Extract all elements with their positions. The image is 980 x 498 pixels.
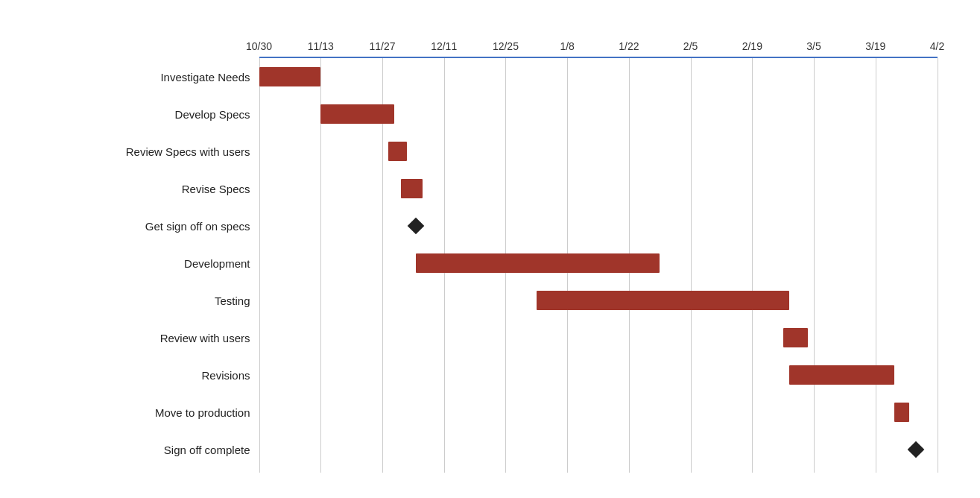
labels-column: Investigate NeedsDevelop SpecsReview Spe… — [21, 25, 259, 473]
chart-inner: Investigate NeedsDevelop SpecsReview Spe… — [21, 25, 938, 473]
gantt-row-9 — [259, 394, 938, 431]
gantt-row-10 — [259, 431, 938, 468]
date-header: 10/3011/1311/2712/1112/251/81/222/52/193… — [259, 25, 938, 58]
gantt-row-6 — [259, 282, 938, 319]
task-bar-5 — [416, 253, 660, 273]
task-bar-8 — [789, 365, 894, 385]
date-label-3: 12/11 — [431, 40, 457, 52]
gantt-row-0 — [259, 58, 938, 95]
gantt-row-3 — [259, 170, 938, 207]
gantt-rows — [259, 58, 938, 473]
task-bar-1 — [320, 104, 394, 124]
task-diamond-4 — [408, 218, 425, 235]
gantt-row-1 — [259, 95, 938, 133]
gantt-area: 10/3011/1311/2712/1112/251/81/222/52/193… — [259, 25, 938, 473]
date-label-6: 1/22 — [619, 40, 639, 52]
gantt-row-7 — [259, 319, 938, 356]
date-label-11: 4/2 — [930, 40, 944, 52]
task-label-7: Review with users — [21, 319, 259, 356]
date-label-1: 11/13 — [308, 40, 334, 52]
task-label-10: Sign off complete — [21, 431, 259, 468]
task-diamond-10 — [907, 441, 924, 458]
gantt-row-4 — [259, 207, 938, 245]
task-bar-7 — [783, 328, 808, 347]
grid-line-11 — [938, 58, 938, 473]
task-bar-6 — [537, 291, 789, 310]
gantt-row-2 — [259, 133, 938, 170]
date-label-7: 2/5 — [683, 40, 698, 52]
task-bar-2 — [388, 142, 407, 161]
task-bar-3 — [401, 179, 423, 198]
date-label-10: 3/19 — [865, 40, 885, 52]
date-label-9: 3/5 — [806, 40, 821, 52]
task-label-5: Development — [21, 245, 259, 282]
task-bar-0 — [259, 67, 321, 86]
task-label-8: Revisions — [21, 356, 259, 394]
date-label-5: 1/8 — [560, 40, 574, 52]
date-label-4: 12/25 — [493, 40, 519, 52]
task-label-9: Move to production — [21, 394, 259, 431]
task-label-1: Develop Specs — [21, 95, 259, 133]
date-label-8: 2/19 — [742, 40, 762, 52]
task-label-4: Get sign off on specs — [21, 207, 259, 245]
date-label-2: 11/27 — [369, 40, 395, 52]
gantt-row-8 — [259, 356, 938, 394]
date-label-0: 10/30 — [246, 40, 272, 52]
task-label-2: Review Specs with users — [21, 133, 259, 170]
gantt-row-5 — [259, 245, 938, 282]
task-label-0: Investigate Needs — [21, 58, 259, 95]
chart-container: Investigate NeedsDevelop SpecsReview Spe… — [13, 10, 967, 488]
task-label-6: Testing — [21, 282, 259, 319]
task-label-3: Revise Specs — [21, 170, 259, 207]
task-bar-9 — [894, 403, 910, 422]
